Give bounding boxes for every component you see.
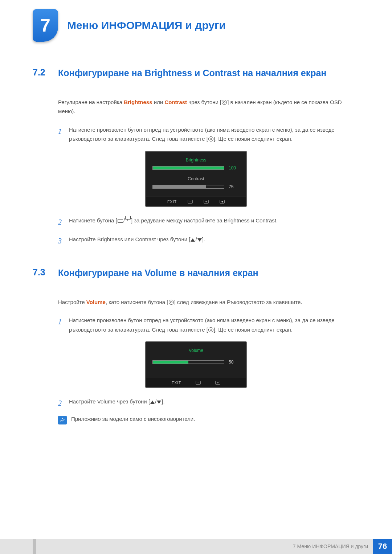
section-title: Конфигуриране на Volume в началния екран: [58, 267, 359, 279]
highlight-brightness: Brightness: [97, 236, 123, 242]
circle-dot-icon: [208, 327, 213, 332]
step-2: 2 Натиснете бутона [/] за редуване между…: [58, 216, 359, 228]
steps-list-cont: 2 Натиснете бутона [/] за редуване между…: [58, 216, 359, 247]
step-number: 1: [58, 125, 69, 144]
step-body: Натиснете бутона [/] за редуване между н…: [69, 216, 359, 228]
section-heading: 7.3 Конфигуриране на Volume в началния е…: [33, 267, 359, 279]
osd-exit-label: EXIT: [167, 200, 177, 204]
step-2: 2 Настройте Volume чрез бутони [/].: [58, 397, 359, 409]
triangle-down-icon: [197, 238, 202, 242]
steps-list: 1 Натиснете произволен бутон отпред на у…: [58, 125, 359, 144]
section-title: Конфигуриране на Brightness и Contrast н…: [58, 67, 359, 79]
triangle-up-icon: [150, 401, 155, 404]
highlight-brightness: Brightness: [124, 99, 152, 105]
osd-brightness-contrast-panel: Brightness 100 Contrast 75 EXIT − + ▾: [145, 151, 247, 207]
chapter-title: Меню ИНФОРМАЦИЯ и други: [67, 19, 226, 32]
circle-dot-icon: [208, 136, 213, 141]
step-number: 1: [58, 316, 69, 334]
text: Натиснете произволен бутон отпред на уст…: [69, 317, 335, 333]
step-1: 1 Натиснете произволен бутон отпред на у…: [58, 316, 359, 334]
osd-brightness-label: Brightness: [146, 157, 246, 163]
circle-dot-icon: [222, 100, 227, 105]
triangle-down-icon: [157, 401, 161, 404]
chapter-number-badge: 7: [33, 9, 58, 42]
highlight-volume: Volume: [86, 299, 106, 305]
text: .: [276, 217, 278, 223]
osd-volume-bar: [152, 360, 224, 364]
highlight-volume: Volume: [97, 398, 115, 405]
section-7-2: 7.2 Конфигуриране на Brightness и Contra…: [33, 67, 359, 247]
osd-brightness-value: 100: [229, 165, 240, 171]
text: Настройте: [69, 236, 97, 242]
osd-volume-value: 50: [229, 360, 240, 365]
footer-chapter-ref: 7 Меню ИНФОРМАЦИЯ и други: [293, 543, 368, 549]
osd-footer: EXIT − +: [146, 378, 246, 387]
osd-volume-label: Volume: [146, 348, 246, 353]
intro-paragraph: Настройте Volume, като натиснете бутона …: [58, 297, 359, 307]
rect-plus-icon: [125, 216, 131, 219]
highlight-contrast: Contrast: [164, 99, 187, 105]
text: ] след извеждане на Ръководството за кла…: [174, 299, 302, 305]
text: или: [123, 236, 135, 242]
osd-contrast-row: 75: [146, 184, 246, 192]
highlight-contrast: Contrast: [135, 236, 156, 242]
down-icon: ▾: [220, 200, 225, 204]
text: Настройте: [58, 299, 86, 305]
minus-icon: −: [196, 381, 201, 385]
text: или: [152, 99, 165, 105]
footer-page-number: 76: [373, 539, 392, 554]
note-text: Приложимо за модели само с високоговорит…: [71, 416, 195, 424]
text: , като натиснете бутона [: [106, 299, 168, 305]
plus-icon: +: [204, 200, 209, 204]
text: чрез бутони [: [156, 236, 190, 242]
manual-page: 7 Меню ИНФОРМАЦИЯ и други 7.2 Конфигурир…: [0, 0, 392, 554]
osd-contrast-bar: [152, 185, 224, 189]
text: ].: [162, 398, 164, 405]
step-body: Натиснете произволен бутон отпред на уст…: [69, 316, 359, 334]
osd-brightness-row: 100: [146, 165, 246, 173]
step-number: 3: [58, 235, 69, 247]
chapter-header: 7 Меню ИНФОРМАЦИЯ и други: [0, 0, 392, 44]
highlight-brightness: Brightness: [224, 217, 250, 223]
step-body: Настройте Brightness или Contrast чрез б…: [69, 235, 359, 247]
text: Натиснете бутона [: [69, 217, 117, 223]
text: Натиснете произволен бутон отпред на уст…: [69, 127, 335, 142]
step-body: Натиснете произволен бутон отпред на уст…: [69, 125, 359, 144]
osd-contrast-label: Contrast: [146, 176, 246, 181]
osd-footer: EXIT − + ▾: [146, 197, 246, 206]
circle-dot-icon: [169, 300, 174, 305]
text: ]. Ще се появи следният екран.: [214, 327, 293, 333]
osd-brightness-bar: [152, 166, 224, 170]
section-number: 7.2: [33, 67, 58, 78]
page-footer: 7 Меню ИНФОРМАЦИЯ и други 76: [0, 539, 392, 554]
steps-list: 1 Натиснете произволен бутон отпред на у…: [58, 316, 359, 334]
note-icon: [58, 416, 67, 424]
text: Настройте: [69, 398, 97, 405]
osd-contrast-value: 75: [229, 184, 240, 189]
footer-accent-bar: [33, 539, 36, 554]
section-number: 7.3: [33, 267, 58, 278]
step-3: 3 Настройте Brightness или Contrast чрез…: [58, 235, 359, 247]
step-number: 2: [58, 397, 69, 409]
text: ]. Ще се появи следният екран.: [214, 136, 293, 142]
step-1: 1 Натиснете произволен бутон отпред на у…: [58, 125, 359, 144]
note-row: Приложимо за модели само с високоговорит…: [58, 416, 359, 424]
section-heading: 7.2 Конфигуриране на Brightness и Contra…: [33, 67, 359, 79]
osd-volume-row: 50: [146, 360, 246, 367]
highlight-contrast: Contrast: [256, 217, 276, 223]
triangle-up-icon: [191, 238, 195, 242]
intro-paragraph: Регулиране на настройка Brightness или C…: [58, 98, 359, 116]
minus-icon: −: [188, 200, 193, 204]
text: чрез бутони [: [115, 398, 150, 405]
step-number: 2: [58, 216, 69, 228]
osd-exit-label: EXIT: [172, 381, 181, 385]
text: ].: [202, 236, 205, 242]
osd-volume-panel: Volume 50 EXIT − +: [145, 341, 247, 388]
section-7-3: 7.3 Конфигуриране на Volume в началния е…: [33, 267, 359, 424]
step-body: Настройте Volume чрез бутони [/].: [69, 397, 359, 409]
rect-icon: [118, 219, 123, 223]
text: чрез бутони [: [187, 99, 221, 105]
text: ] за редуване между настройките за: [131, 217, 224, 223]
steps-list-cont: 2 Настройте Volume чрез бутони [/].: [58, 397, 359, 409]
plus-icon: +: [215, 381, 220, 385]
